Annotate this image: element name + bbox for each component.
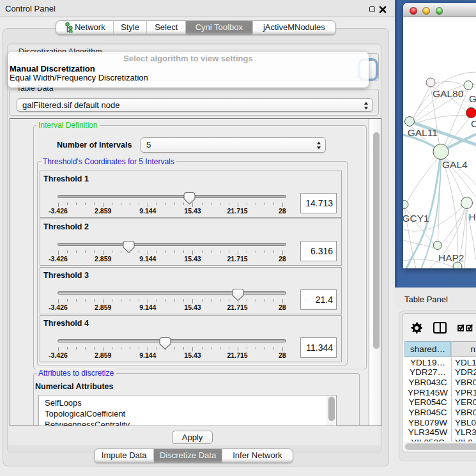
svg-text:C: C — [471, 118, 476, 129]
svg-text:GAL11: GAL11 — [408, 127, 438, 137]
svg-text:H: H — [469, 211, 476, 222]
svg-text:G: G — [469, 93, 476, 104]
svg-text:GAL4: GAL4 — [442, 159, 468, 170]
svg-text:GAL80: GAL80 — [433, 88, 464, 99]
svg-text:GCY1: GCY1 — [403, 212, 429, 223]
svg-text:HAP2: HAP2 — [438, 252, 464, 263]
